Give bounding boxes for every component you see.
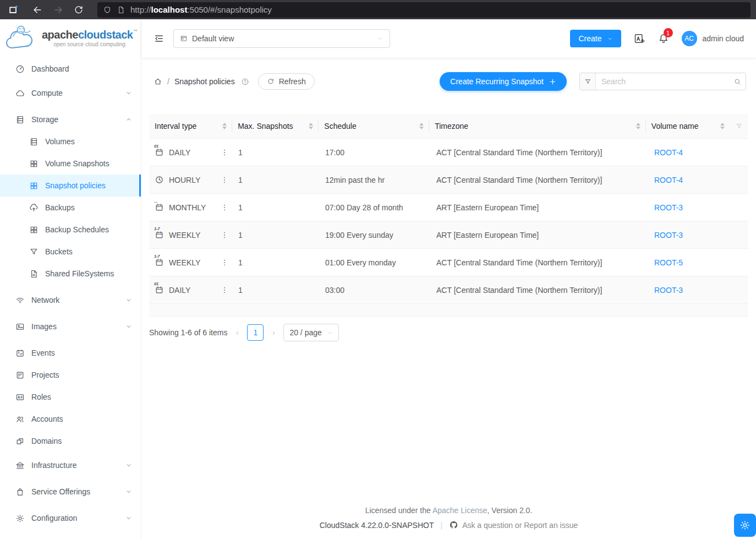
sidebar-item-shared-filesystems[interactable]: Shared FileSystems (0, 263, 141, 285)
volume-link[interactable]: ROOT-4 (654, 148, 683, 157)
home-icon[interactable] (154, 77, 162, 86)
volume-link[interactable]: ROOT-3 (654, 203, 683, 212)
page-size-selector[interactable]: 20 / page (283, 324, 338, 341)
sidebar-item-service-offerings[interactable]: Service Offerings (0, 481, 141, 503)
table-row: 01DAILY103:00ACT [Central Standard Time … (149, 276, 748, 304)
address-bar[interactable]: http://localhost:5050/#/snapshotpolicy (97, 2, 750, 18)
sidebar-item-buckets[interactable]: Buckets (0, 241, 141, 263)
max-snapshots-cell: 1 (233, 231, 320, 239)
column-header-timezone[interactable]: Timezone (429, 114, 646, 138)
row-actions-icon[interactable] (220, 286, 229, 295)
column-header-max-snapshots[interactable]: Max. Snapshots (232, 114, 319, 138)
table-row: ...MONTHLY107:00 Day 28 of monthART [Eas… (149, 194, 748, 221)
column-header-interval-type[interactable]: Interval type (149, 114, 232, 138)
sidebar-collapse-icon[interactable] (154, 33, 165, 44)
page-number-button[interactable]: 1 (247, 324, 264, 341)
view-selector[interactable]: Default view (173, 29, 390, 48)
volume-link[interactable]: ROOT-4 (654, 176, 683, 184)
shield-icon[interactable] (103, 6, 112, 14)
max-snapshots-cell: 1 (233, 258, 320, 267)
interval-type-cell: ...MONTHLY (149, 203, 233, 212)
sidebar-item-configuration[interactable]: Configuration (0, 507, 141, 529)
build-icon (29, 225, 39, 235)
sidebar-item-dashboard[interactable]: Dashboard (0, 58, 141, 80)
schedule-cell: 19:00 Every sunday (320, 231, 431, 239)
create-button[interactable]: Create (570, 30, 621, 47)
translate-icon[interactable] (633, 32, 645, 45)
page-footer: Licensed under the Apache License, Versi… (141, 506, 756, 530)
column-header-volume-name[interactable]: Volume name (646, 114, 730, 138)
sidebar-item-storage[interactable]: Storage (0, 108, 141, 130)
url-text: http://localhost:5050/#/snapshotpolicy (130, 5, 272, 14)
apache-license-link[interactable]: Apache License (432, 506, 487, 515)
settings-fab-button[interactable] (734, 514, 756, 537)
row-actions-icon[interactable] (220, 203, 229, 212)
search-filter-toggle[interactable] (580, 73, 596, 90)
user-menu[interactable]: AC admin cloud (682, 31, 744, 46)
row-actions-icon[interactable] (220, 176, 229, 184)
schedule-cell: 03:00 (320, 286, 431, 295)
create-recurring-snapshot-button[interactable]: Create Recurring Snapshot (440, 72, 567, 91)
sidebar-item-infrastructure[interactable]: Infrastructure (0, 454, 141, 476)
sidebar-item-label: Configuration (31, 514, 77, 522)
interval-type-label: DAILY (169, 286, 190, 295)
page-info-icon[interactable] (117, 6, 125, 14)
gold-icon (15, 437, 25, 446)
sidebar-item-label: Events (31, 349, 55, 357)
sidebar-item-domains[interactable]: Domains (0, 430, 141, 452)
interval-type-label: WEEKLY (169, 258, 200, 267)
search-button[interactable] (729, 73, 746, 90)
sidebar-item-tools[interactable]: Tools (0, 533, 141, 539)
row-actions-icon[interactable] (220, 148, 229, 157)
sidebar-item-volume-snapshots[interactable]: Volume Snapshots (0, 153, 141, 175)
table-row: 1-7WEEKLY119:00 Every sundayART [Eastern… (149, 221, 748, 249)
calendar-icon: 01 (155, 148, 164, 157)
column-header-schedule[interactable]: Schedule (319, 114, 429, 138)
calendar-icon: 1-7 (155, 230, 164, 239)
sidebar-item-network[interactable]: Network (0, 289, 141, 311)
browser-reload-button[interactable] (73, 4, 84, 15)
browser-back-button[interactable] (32, 4, 43, 15)
build-icon (29, 159, 39, 168)
sidebar-item-roles[interactable]: Roles (0, 386, 141, 408)
cloudstack-logo[interactable]: apachecloudstack™ open source cloud comp… (0, 19, 141, 58)
prev-page-button[interactable]: ‹ (233, 328, 242, 337)
sidebar-item-images[interactable]: Images (0, 315, 141, 337)
sidebar-item-label: Service Offerings (31, 487, 90, 496)
search-icon (733, 78, 742, 86)
next-page-button[interactable]: › (269, 328, 278, 337)
notifications-button[interactable]: 1 (658, 32, 670, 45)
volume-link[interactable]: ROOT-5 (654, 258, 683, 267)
max-snapshots-cell: 1 (233, 203, 320, 212)
column-filter-button[interactable] (730, 114, 748, 138)
timezone-cell: ACT [Central Standard Time (Northern Ter… (431, 176, 649, 184)
sidebar-item-volumes[interactable]: Volumes (0, 130, 141, 153)
help-icon[interactable] (241, 78, 249, 86)
interval-type-cell: HOURLY (149, 175, 233, 184)
sidebar-item-snapshot-policies[interactable]: Snapshot policies (0, 175, 141, 197)
sidebar-item-backup-schedules[interactable]: Backup Schedules (0, 219, 141, 241)
sidebar-item-label: Projects (31, 371, 59, 379)
table-row: 1-7WEEKLY101:00 Every mondayACT [Central… (149, 249, 748, 276)
row-actions-icon[interactable] (220, 231, 229, 239)
sidebar-item-projects[interactable]: Projects (0, 364, 141, 386)
browser-forward-button[interactable] (53, 4, 64, 15)
sidebar-item-compute[interactable]: Compute (0, 82, 141, 104)
ask-question-link[interactable]: Ask a question or Report an issue (449, 520, 578, 530)
chevron-down-icon (125, 462, 132, 469)
refresh-button[interactable]: Refresh (258, 73, 315, 90)
sidebar-item-backups[interactable]: Backups (0, 197, 141, 219)
view-icon (180, 35, 188, 42)
filter-icon (29, 247, 39, 257)
max-snapshots-cell: 1 (233, 176, 320, 184)
volume-link[interactable]: ROOT-3 (654, 231, 683, 239)
github-icon (449, 520, 458, 530)
sidebar-item-label: Dashboard (31, 64, 69, 73)
row-actions-icon[interactable] (220, 258, 229, 267)
sidebar-item-events[interactable]: Events (0, 342, 141, 364)
interval-type-label: HOURLY (169, 176, 200, 184)
search-input[interactable] (596, 73, 729, 90)
license-line: Licensed under the Apache License, Versi… (141, 506, 756, 515)
sidebar-item-accounts[interactable]: Accounts (0, 408, 141, 430)
volume-link[interactable]: ROOT-3 (654, 286, 683, 295)
